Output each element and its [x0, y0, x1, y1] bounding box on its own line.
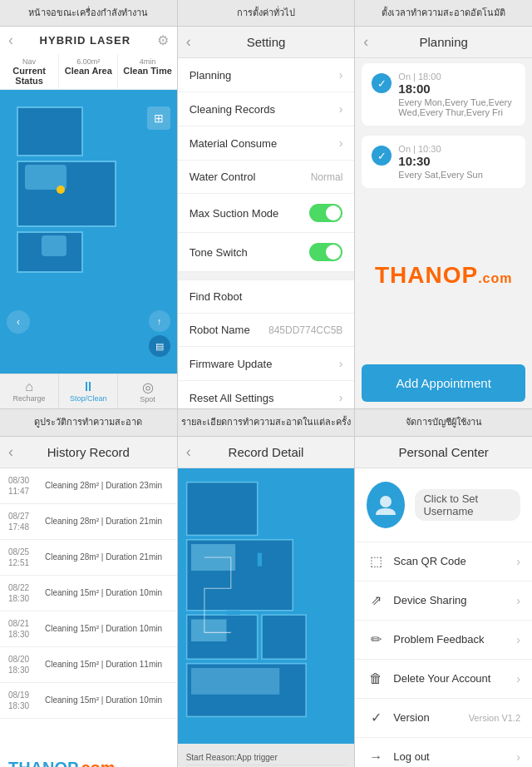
menu-delete-account[interactable]: 🗑 Delete Your Account ›	[355, 660, 532, 699]
scan-qr-left: ⬚ Scan QR Code	[367, 552, 466, 571]
logout-arrow: ›	[516, 750, 520, 764]
robot-header: ‹ HYBRID LASER ⚙	[0, 27, 177, 54]
settings-material[interactable]: Material Consume ›	[178, 126, 355, 161]
menu-logout[interactable]: → Log out ›	[355, 738, 532, 767]
check-icon-1: ✓	[372, 73, 392, 93]
tab-stop-clean[interactable]: ⏸ Stop/Clean	[59, 374, 118, 408]
bar-icon[interactable]: ▤	[149, 335, 170, 357]
planning-item-2[interactable]: ✓ On | 10:30 10:30 Every Sat,Every Sun	[362, 136, 525, 188]
feedback-arrow: ›	[516, 633, 520, 646]
water-label: Water Control	[190, 171, 256, 183]
delete-left: 🗑 Delete Your Account	[367, 670, 490, 688]
thanop-text: THANOP	[375, 262, 478, 288]
history-item-6[interactable]: 08/2018:30 Cleaning 15m² | Duration 11mi…	[0, 647, 177, 683]
header-personal: จัดการบัญชีผู้ใช้งาน	[355, 409, 532, 435]
history-item-1[interactable]: 08/3011:47 Cleaning 28m² | Duration 23mi…	[0, 468, 177, 504]
stat-time-label: 4min	[120, 57, 175, 66]
settings-suction[interactable]: Max Suction Mode	[178, 194, 355, 233]
up-btn[interactable]: ↑	[149, 310, 170, 332]
settings-icon[interactable]: ⚙	[157, 32, 169, 48]
planning-days-2: Every Sat,Every Sun	[398, 170, 483, 180]
header-robot: หน้าจอขณะเครื่องกำลังทำงาน	[0, 0, 178, 26]
settings-list: Planning › Cleaning Records › Material C…	[178, 58, 355, 408]
material-arrow: ›	[339, 136, 343, 150]
settings-robot-name: Robot Name 845DD774CC5B	[178, 314, 355, 347]
settings-cleaning-records[interactable]: Cleaning Records ›	[178, 92, 355, 126]
stat-nav: Nav Current Status	[0, 54, 59, 89]
history-date-4: 08/2218:30	[8, 582, 38, 604]
history-item-5[interactable]: 08/2118:30 Cleaning 15m² | Duration 10mi…	[0, 611, 177, 647]
history-back-icon[interactable]: ‹	[8, 443, 13, 461]
settings-tone[interactable]: Tone Switch	[178, 233, 355, 272]
grid-icon[interactable]: ⊞	[147, 106, 170, 130]
top-section-headers: หน้าจอขณะเครื่องกำลังทำงาน การตั้งค่าทั่…	[0, 0, 532, 27]
history-desc-4: Cleaning 15m² | Duration 10min	[38, 588, 169, 597]
planning-details-1: On | 18:00 18:00 Every Mon,Every Tue,Eve…	[398, 72, 511, 117]
settings-header: ‹ Setting	[178, 27, 355, 58]
planning-time-1: 18:00	[398, 82, 511, 96]
robot-title: HYBRID LASER	[40, 34, 131, 47]
settings-back-icon[interactable]: ‹	[186, 33, 191, 51]
history-date-3: 08/2512:51	[8, 547, 38, 568]
version-left: ✓ Version	[367, 709, 429, 727]
tab-spot[interactable]: ◎ Spot	[118, 374, 176, 408]
sharing-icon: ⇗	[367, 591, 385, 610]
tone-toggle[interactable]	[309, 243, 342, 261]
history-item-3[interactable]: 08/2512:51 Cleaning 28m² | Duration 21mi…	[0, 540, 177, 576]
history-item-2[interactable]: 08/2717:48 Cleaning 28m² | Duration 21mi…	[0, 504, 177, 540]
record-back-icon[interactable]: ‹	[186, 443, 191, 461]
menu-feedback[interactable]: ✏ Problem Feedback ›	[355, 621, 532, 660]
reset-label: Reset All Settings	[190, 392, 274, 404]
settings-title: Setting	[247, 35, 286, 49]
planning-back-icon[interactable]: ‹	[363, 33, 368, 51]
settings-planning[interactable]: Planning ›	[178, 58, 355, 92]
tab-recharge[interactable]: ⌂ Recharge	[0, 374, 59, 408]
svg-rect-6	[191, 619, 227, 641]
settings-panel: ‹ Setting Planning › Cleaning Records › …	[178, 27, 356, 408]
menu-scan-qr[interactable]: ⬚ Scan QR Code ›	[355, 542, 532, 581]
planning-header: ‹ Planning	[355, 27, 532, 58]
left-control[interactable]: ‹	[7, 310, 30, 334]
history-desc-2: Cleaning 28m² | Duration 21min	[38, 517, 169, 526]
thanop-logo: THANOP.com	[375, 262, 513, 289]
svg-rect-0	[186, 482, 257, 535]
planning-panel: ‹ Planning ✓ On | 18:00 18:00 Every Mon,…	[355, 27, 532, 408]
tone-label: Tone Switch	[190, 246, 248, 259]
history-panel: ‹ History Record 08/3011:47 Cleaning 28m…	[0, 437, 178, 767]
planning-days-1: Every Mon,Every Tue,EveryWed,Every Thur,…	[398, 97, 511, 117]
history-date-7: 08/1918:30	[8, 690, 38, 711]
right-controls: ↑ ▤	[149, 310, 170, 357]
suction-toggle[interactable]	[309, 204, 342, 222]
settings-firmware[interactable]: Firmware Update ›	[178, 347, 355, 381]
history-title: History Record	[47, 445, 130, 459]
planning-on-1: On | 18:00	[398, 72, 511, 82]
settings-find-robot[interactable]: Find Robot	[178, 280, 355, 314]
planning-arrow: ›	[339, 68, 343, 82]
username-button[interactable]: Click to Set Username	[415, 489, 520, 521]
history-item-7[interactable]: 08/1918:30 Cleaning 15m² | Duration 10mi…	[0, 683, 177, 719]
back-icon[interactable]: ‹	[8, 32, 13, 49]
add-appointment-button[interactable]: Add Appointment	[362, 364, 525, 402]
history-list: 08/3011:47 Cleaning 28m² | Duration 23mi…	[0, 468, 177, 719]
robot-stats: Nav Current Status 6.00m² Clean Area 4mi…	[0, 54, 177, 90]
settings-water[interactable]: Water Control Normal	[178, 161, 355, 194]
material-label: Material Consume	[190, 137, 278, 150]
header-settings: การตั้งค่าทั่วไป	[178, 0, 356, 26]
svg-rect-3	[262, 615, 306, 659]
feedback-left: ✏ Problem Feedback	[367, 631, 484, 649]
tab-stop-label: Stop/Clean	[70, 394, 107, 403]
menu-device-sharing[interactable]: ⇗ Device Sharing ›	[355, 581, 532, 621]
avatar[interactable]	[367, 482, 405, 528]
planning-item-1[interactable]: ✓ On | 18:00 18:00 Every Mon,Every Tue,E…	[362, 63, 525, 126]
feedback-icon: ✏	[367, 631, 385, 649]
history-item-4[interactable]: 08/2218:30 Cleaning 15m² | Duration 10mi…	[0, 576, 177, 611]
thanop-small: THANOP.com	[8, 759, 169, 767]
suction-label: Max Suction Mode	[190, 207, 279, 220]
stat-area-value: Clean Area	[61, 66, 116, 76]
settings-reset[interactable]: Reset All Settings ›	[178, 381, 355, 408]
history-date-5: 08/2118:30	[8, 618, 38, 640]
record-map	[178, 468, 355, 744]
history-desc-6: Cleaning 15m² | Duration 11min	[38, 660, 169, 669]
pause-icon: ⏸	[61, 379, 116, 394]
planning-details-2: On | 10:30 10:30 Every Sat,Every Sun	[398, 144, 483, 180]
